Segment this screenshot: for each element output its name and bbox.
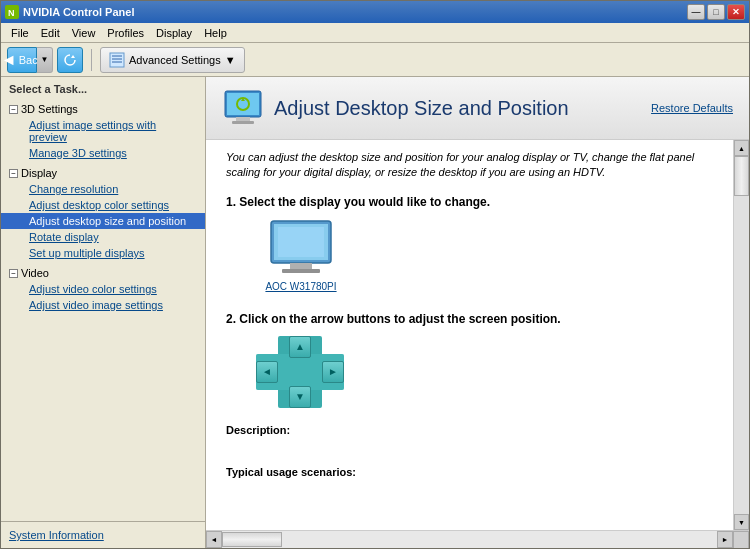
sidebar-category-video[interactable]: − Video: [1, 265, 205, 281]
expander-display[interactable]: −: [9, 169, 18, 178]
svg-rect-3: [110, 53, 124, 67]
sidebar-item-color-settings[interactable]: Adjust desktop color settings: [1, 197, 205, 213]
svg-rect-14: [278, 227, 324, 257]
system-info-link[interactable]: System Information: [9, 529, 104, 541]
monitor-display-icon: [266, 219, 336, 279]
main-window: N NVIDIA Control Panel — □ ✕ File Edit V…: [0, 0, 750, 549]
menu-view[interactable]: View: [66, 25, 102, 41]
vertical-scrollbar[interactable]: ▲ ▼: [733, 140, 749, 530]
main-panel: Adjust Desktop Size and Position Restore…: [206, 77, 749, 548]
sidebar-item-rotate[interactable]: Rotate display: [1, 229, 205, 245]
description-label: Description:: [226, 424, 713, 436]
expander-video[interactable]: −: [9, 269, 18, 278]
main-content: You can adjust the desktop size and posi…: [206, 140, 733, 530]
sidebar-item-desktop-size[interactable]: Adjust desktop size and position: [1, 213, 205, 229]
title-bar: N NVIDIA Control Panel — □ ✕: [1, 1, 749, 23]
window-title: NVIDIA Control Panel: [23, 6, 134, 18]
menu-bar: File Edit View Profiles Display Help: [1, 23, 749, 43]
svg-rect-9: [236, 117, 250, 121]
scroll-thumb[interactable]: [734, 156, 749, 196]
sidebar-item-adjust-image[interactable]: Adjust image settings with preview: [1, 117, 205, 145]
svg-rect-10: [232, 121, 254, 124]
sidebar-item-multiple-displays[interactable]: Set up multiple displays: [1, 245, 205, 261]
minimize-button[interactable]: —: [687, 4, 705, 20]
section2-title: 2. Click on the arrow buttons to adjust …: [226, 312, 713, 326]
position-arrows-group: ▲ ◄ ► ▼: [256, 336, 344, 408]
menu-display[interactable]: Display: [150, 25, 198, 41]
sidebar-category-display[interactable]: − Display: [1, 165, 205, 181]
tree-3d-settings: − 3D Settings Adjust image settings with…: [1, 99, 205, 163]
svg-marker-2: [71, 55, 75, 58]
sidebar: Select a Task... − 3D Settings Adjust im…: [1, 77, 206, 548]
monitor-selector[interactable]: AOC W31780PI: [256, 219, 346, 292]
arrow-up-button[interactable]: ▲: [289, 336, 311, 358]
scroll-track: [734, 156, 749, 514]
sidebar-item-video-image[interactable]: Adjust video image settings: [1, 297, 205, 313]
main-description: You can adjust the desktop size and posi…: [226, 150, 713, 181]
advanced-dropdown-arrow: ▼: [225, 54, 236, 66]
restore-defaults-link[interactable]: Restore Defaults: [651, 102, 733, 114]
tree-video: − Video Adjust video color settings Adju…: [1, 263, 205, 315]
main-header: Adjust Desktop Size and Position Restore…: [206, 77, 749, 140]
tree-display: − Display Change resolution Adjust deskt…: [1, 163, 205, 263]
expander-3d-settings[interactable]: −: [9, 105, 18, 114]
sidebar-header: Select a Task...: [1, 77, 205, 99]
scroll-corner: [733, 531, 749, 549]
forward-button[interactable]: ▼: [37, 47, 53, 73]
scroll-left-arrow[interactable]: ◄: [206, 531, 222, 548]
header-monitor-icon: [222, 87, 264, 129]
refresh-button[interactable]: [57, 47, 83, 73]
back-button[interactable]: ◄ Back: [7, 47, 37, 73]
description-section: Description: Typical usage scenarios:: [226, 424, 713, 478]
content-area: Select a Task... − 3D Settings Adjust im…: [1, 77, 749, 548]
maximize-button[interactable]: □: [707, 4, 725, 20]
menu-help[interactable]: Help: [198, 25, 233, 41]
monitor-name-label[interactable]: AOC W31780PI: [265, 281, 336, 292]
arrow-down-button[interactable]: ▼: [289, 386, 311, 408]
h-scroll-track: [222, 531, 717, 548]
sidebar-content: − 3D Settings Adjust image settings with…: [1, 99, 205, 521]
h-scroll-thumb[interactable]: [222, 532, 282, 547]
scroll-up-arrow[interactable]: ▲: [734, 140, 749, 156]
sidebar-item-video-color[interactable]: Adjust video color settings: [1, 281, 205, 297]
svg-rect-16: [282, 269, 320, 273]
menu-profiles[interactable]: Profiles: [101, 25, 150, 41]
main-bottom: ◄ ►: [206, 530, 749, 548]
arrow-left-button[interactable]: ◄: [256, 361, 278, 383]
advanced-settings-label: Advanced Settings: [129, 54, 221, 66]
scroll-down-arrow[interactable]: ▼: [734, 514, 749, 530]
horizontal-scrollbar[interactable]: ◄ ►: [206, 531, 733, 548]
arrow-right-button[interactable]: ►: [322, 361, 344, 383]
menu-edit[interactable]: Edit: [35, 25, 66, 41]
svg-rect-15: [290, 263, 312, 269]
sidebar-item-change-resolution[interactable]: Change resolution: [1, 181, 205, 197]
scroll-right-arrow[interactable]: ►: [717, 531, 733, 548]
sidebar-item-manage-3d[interactable]: Manage 3D settings: [1, 145, 205, 161]
svg-text:N: N: [8, 8, 15, 18]
sidebar-category-3d-settings[interactable]: − 3D Settings: [1, 101, 205, 117]
app-icon: N: [5, 5, 19, 19]
close-button[interactable]: ✕: [727, 4, 745, 20]
svg-rect-8: [227, 93, 259, 115]
sidebar-footer: System Information: [1, 521, 205, 548]
usage-scenarios-label: Typical usage scenarios:: [226, 466, 713, 478]
page-title: Adjust Desktop Size and Position: [274, 97, 569, 120]
section1-title: 1. Select the display you would like to …: [226, 195, 713, 209]
advanced-settings-button[interactable]: Advanced Settings ▼: [100, 47, 245, 73]
menu-file[interactable]: File: [5, 25, 35, 41]
main-header-left: Adjust Desktop Size and Position: [222, 87, 569, 129]
toolbar: ◄ Back ▼ Advanced Settings ▼: [1, 43, 749, 77]
back-forward-group: ◄ Back ▼: [7, 47, 53, 73]
